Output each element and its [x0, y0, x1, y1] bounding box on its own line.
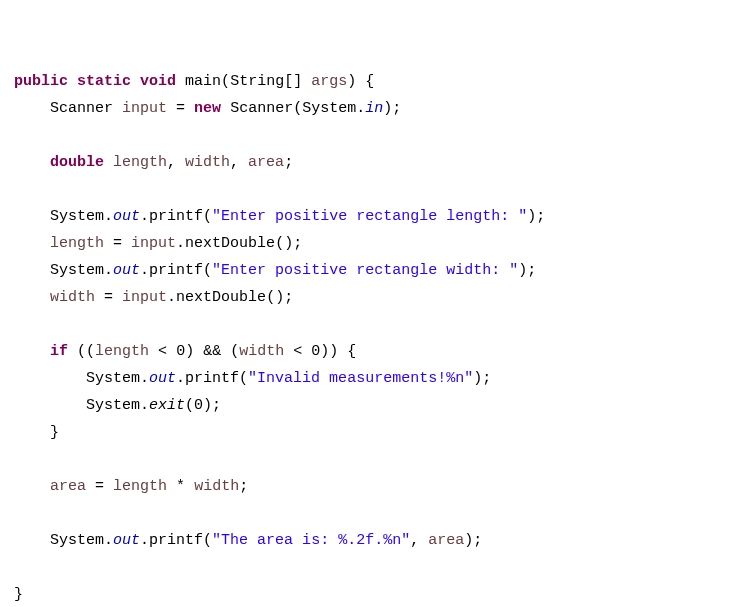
literal-zero: 0: [194, 397, 203, 414]
literal-zero: 0: [176, 343, 185, 360]
class-system: System: [50, 532, 104, 549]
type-string: String: [230, 73, 284, 90]
var-width: width: [185, 154, 230, 171]
var-length: length: [95, 343, 149, 360]
var-area: area: [428, 532, 464, 549]
string-literal: "The area is: %.2f.%n": [212, 532, 410, 549]
string-literal: "Enter positive rectangle width: ": [212, 262, 518, 279]
type-scanner: Scanner: [50, 100, 113, 117]
method-printf: printf: [149, 532, 203, 549]
var-args: args: [311, 73, 347, 90]
var-width: width: [239, 343, 284, 360]
field-in: in: [365, 100, 383, 117]
keyword-void: void: [140, 73, 176, 90]
var-width: width: [50, 289, 95, 306]
method-exit: exit: [149, 397, 185, 414]
class-system: System: [302, 100, 356, 117]
field-out: out: [149, 370, 176, 387]
field-out: out: [113, 208, 140, 225]
var-input: input: [131, 235, 176, 252]
ctor-scanner: Scanner: [230, 100, 293, 117]
method-nextdouble: nextDouble: [185, 235, 275, 252]
field-out: out: [113, 532, 140, 549]
method-printf: printf: [149, 262, 203, 279]
keyword-if: if: [50, 343, 68, 360]
var-length: length: [113, 478, 167, 495]
keyword-static: static: [77, 73, 131, 90]
class-system: System: [50, 262, 104, 279]
method-printf: printf: [149, 208, 203, 225]
var-input: input: [122, 100, 167, 117]
keyword-double: double: [50, 154, 104, 171]
method-printf: printf: [185, 370, 239, 387]
class-system: System: [86, 370, 140, 387]
literal-zero: 0: [311, 343, 320, 360]
code-block: public static void main(String[] args) {…: [14, 68, 749, 607]
var-width: width: [194, 478, 239, 495]
field-out: out: [113, 262, 140, 279]
keyword-public: public: [14, 73, 68, 90]
var-length: length: [113, 154, 167, 171]
keyword-new: new: [194, 100, 221, 117]
var-area: area: [50, 478, 86, 495]
var-length: length: [50, 235, 104, 252]
string-literal: "Enter positive rectangle length: ": [212, 208, 527, 225]
class-system: System: [50, 208, 104, 225]
string-literal: "Invalid measurements!%n": [248, 370, 473, 387]
method-main: main: [185, 73, 221, 90]
class-system: System: [86, 397, 140, 414]
method-nextdouble: nextDouble: [176, 289, 266, 306]
var-area: area: [248, 154, 284, 171]
var-input: input: [122, 289, 167, 306]
